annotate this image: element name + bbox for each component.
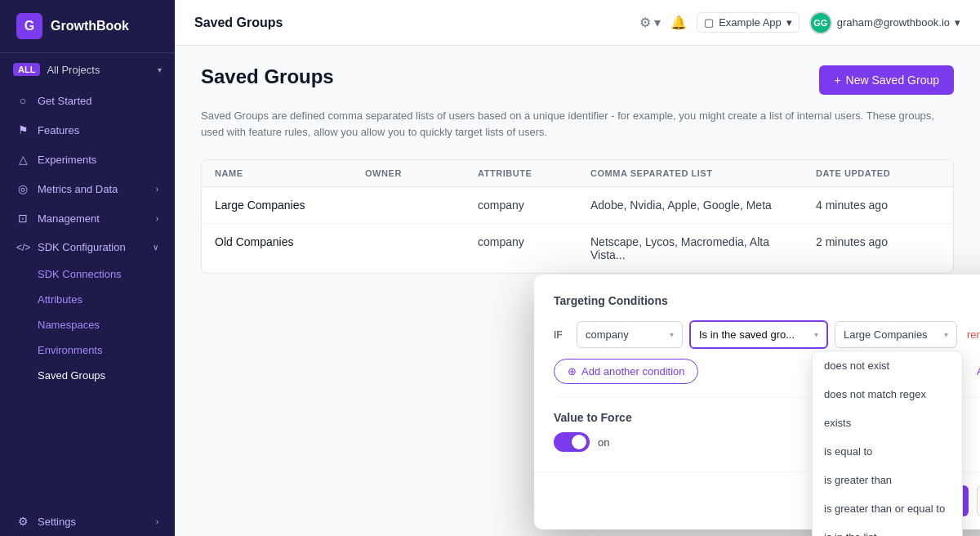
row-updated: 4 minutes ago [803, 187, 953, 223]
table-row[interactable]: Old Companies company Netscape, Lycos, M… [202, 224, 953, 273]
dropdown-item-is-in-the-list[interactable]: is in the list [813, 523, 962, 536]
sdk-connections-label: SDK Connections [38, 268, 122, 280]
operator-select[interactable]: Is in the saved gro... ▾ does not exist … [689, 320, 828, 349]
plus-circle-icon: ⊕ [568, 365, 577, 377]
value-display: Large Companies [844, 328, 939, 341]
new-saved-group-button[interactable]: + New Saved Group [819, 65, 954, 95]
namespaces-label: Namespaces [38, 319, 100, 331]
attribute-value: company [586, 328, 665, 341]
topbar: Saved Groups ⚙ ▾ 🔔 ▢ Example App ▾ GG gr… [175, 0, 980, 46]
sidebar-item-namespaces[interactable]: Namespaces [0, 312, 175, 337]
features-icon: ⚑ [16, 123, 29, 136]
modal-title: Targeting Conditions [554, 294, 980, 307]
attributes-label: Attributes [38, 293, 82, 306]
row-list: Netscape, Lycos, Macromedia, Alta Vista.… [577, 224, 803, 273]
page-header: Saved Groups + New Saved Group [201, 65, 954, 95]
sidebar-logo[interactable]: G GrowthBook [0, 0, 175, 53]
attribute-select[interactable]: company ▾ [577, 321, 683, 348]
advanced-mode-link[interactable]: Advanced mode [977, 365, 980, 377]
condition-row: IF company ▾ Is in the saved gro... ▾ do… [554, 320, 980, 349]
saved-groups-label: Saved Groups [38, 369, 105, 382]
new-saved-group-label: New Saved Group [846, 74, 939, 87]
remove-condition-button[interactable]: remove [967, 328, 980, 341]
dropdown-item-is-greater-than-or-equal[interactable]: is greater than or equal to [813, 494, 962, 523]
management-icon: ⊡ [16, 212, 29, 225]
sidebar-item-features[interactable]: ⚑ Features [0, 115, 175, 145]
user-chevron-icon: ▾ [955, 16, 960, 29]
experiments-icon: △ [16, 153, 29, 166]
row-list: Adobe, Nvidia, Apple, Google, Meta [577, 187, 803, 223]
environments-label: Environments [38, 344, 102, 356]
chevron-down-icon: ∨ [153, 243, 158, 252]
row-attribute: company [465, 187, 577, 223]
topbar-title: Saved Groups [194, 16, 626, 30]
get-started-icon: ○ [16, 94, 29, 107]
operator-dropdown: does not exist does not match regex exis… [812, 351, 963, 536]
page-content: Saved Groups + New Saved Group Saved Gro… [175, 46, 980, 536]
sidebar-item-label: Features [38, 124, 79, 136]
operator-value: Is in the saved gro... [699, 328, 809, 341]
settings-icon: ⚙ [16, 515, 29, 528]
col-list: COMMA SEPARATED LIST [577, 160, 803, 186]
metrics-icon: ◎ [16, 182, 29, 195]
dropdown-item-exists[interactable]: exists [813, 409, 962, 437]
sidebar-item-attributes[interactable]: Attributes [0, 287, 175, 312]
logo-text: GrowthBook [51, 19, 129, 34]
chevron-right-icon: › [156, 517, 158, 526]
sidebar-item-label: Get Started [38, 95, 91, 107]
add-condition-label: Add another condition [581, 365, 684, 377]
sidebar-item-sdk-configuration[interactable]: </> SDK Configuration ∨ [0, 233, 175, 261]
table-row[interactable]: Large Companies company Adobe, Nvidia, A… [202, 187, 953, 224]
if-label: IF [554, 329, 570, 341]
row-owner [352, 224, 465, 273]
toggle-knob [572, 435, 586, 449]
logo-icon: G [16, 13, 42, 39]
chevron-right-icon: › [156, 214, 158, 223]
project-badge: ALL [13, 63, 40, 76]
app-name: Example App [719, 16, 782, 29]
cancel-button[interactable]: Cancel [977, 485, 980, 516]
project-name: All Projects [47, 64, 151, 76]
sidebar-item-label: Management [38, 212, 100, 225]
user-menu[interactable]: GG graham@growthbook.io ▾ [809, 11, 960, 34]
sidebar-item-sdk-connections[interactable]: SDK Connections [0, 261, 175, 287]
dropdown-arrow-icon: ▾ [944, 330, 948, 339]
sidebar-item-settings[interactable]: ⚙ Settings › [0, 507, 175, 536]
sidebar-item-get-started[interactable]: ○ Get Started [0, 86, 175, 115]
project-selector[interactable]: ALL All Projects ▾ [0, 53, 175, 86]
add-condition-button[interactable]: ⊕ Add another condition [554, 359, 698, 384]
value-toggle[interactable] [554, 432, 590, 452]
row-name: Large Companies [202, 187, 352, 223]
row-name: Old Companies [202, 224, 352, 273]
modal-body: Targeting Conditions IF company ▾ Is in … [534, 275, 980, 471]
sidebar-item-environments[interactable]: Environments [0, 337, 175, 363]
sidebar: G GrowthBook ALL All Projects ▾ ○ Get St… [0, 0, 175, 536]
app-selector[interactable]: ▢ Example App ▾ [697, 12, 800, 33]
saved-groups-table: NAME OWNER ATTRIBUTE COMMA SEPARATED LIS… [201, 159, 954, 274]
col-name: NAME [202, 160, 352, 186]
sidebar-item-metrics-data[interactable]: ◎ Metrics and Data › [0, 174, 175, 203]
sidebar-item-saved-groups[interactable]: Saved Groups [0, 363, 175, 388]
sidebar-item-experiments[interactable]: △ Experiments [0, 145, 175, 174]
app-icon: ▢ [704, 16, 714, 29]
targeting-conditions-modal: Targeting Conditions IF company ▾ Is in … [534, 275, 980, 529]
dropdown-arrow-icon: ▾ [670, 330, 674, 339]
chevron-right-icon: › [156, 185, 158, 194]
dropdown-item-does-not-exist[interactable]: does not exist [813, 351, 962, 380]
page-description: Saved Groups are defined comma separated… [201, 108, 936, 140]
dropdown-item-is-equal-to[interactable]: is equal to [813, 437, 962, 466]
sidebar-item-management[interactable]: ⊡ Management › [0, 203, 175, 233]
dropdown-item-does-not-match-regex[interactable]: does not match regex [813, 380, 962, 409]
dropdown-item-is-greater-than[interactable]: is greater than [813, 466, 962, 494]
avatar: GG [809, 11, 832, 34]
col-attribute: ATTRIBUTE [465, 160, 577, 186]
bell-icon[interactable]: 🔔 [670, 15, 687, 30]
toggle-label: on [598, 436, 609, 449]
col-updated: DATE UPDATED [803, 160, 953, 186]
value-select[interactable]: Large Companies ▾ [835, 321, 957, 348]
app-chevron-icon: ▾ [786, 16, 792, 29]
sidebar-item-label: Metrics and Data [38, 183, 118, 195]
dropdown-arrow-icon: ▾ [814, 330, 818, 339]
settings-gear-icon[interactable]: ⚙ ▾ [639, 15, 661, 30]
row-owner [352, 187, 465, 223]
